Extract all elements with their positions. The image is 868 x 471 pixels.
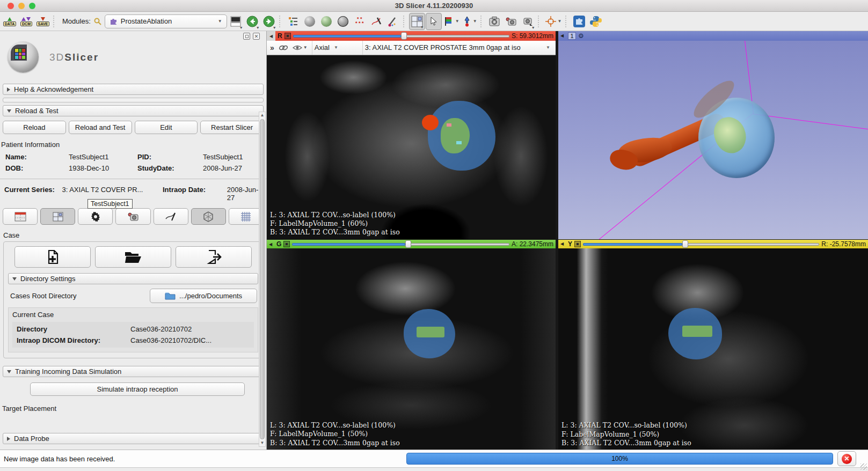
studydate-value: 2008-Jun-27 [203,164,265,172]
threed-view[interactable] [558,41,868,239]
yellow-slider-handle[interactable] [682,240,688,248]
scene-view-capture-button[interactable] [503,13,519,30]
volume-rendering-button[interactable] [302,13,318,30]
transforms-icon [338,16,348,27]
volume-selector[interactable]: 3: AXIAL T2 COVER PROSTATE 3mm 0gap at i… [362,41,552,55]
red-slice-slider[interactable] [293,32,509,40]
close-case-button[interactable] [176,246,252,268]
screenshot-button[interactable] [486,13,502,30]
crosshair-button[interactable]: ▼ [544,13,563,30]
directory-settings-section[interactable]: Directory Settings [8,273,258,284]
main-toolbar: DATA DCM SAVE Modules: ProstateAblation … [0,12,868,31]
collapsed-strip [3,98,264,102]
edit-button[interactable]: Edit [135,121,198,134]
green-slice-slider[interactable] [292,240,509,248]
red-corner-annotation: L: 3: AXIAL T2 COV...so-label (100%) F: … [270,211,400,237]
toolbar-separator [403,16,407,27]
cube-3d-button[interactable] [191,208,226,225]
module-history-forward-button[interactable]: ▼ [261,13,277,30]
layout-selector-button[interactable]: ▼ [409,13,425,30]
patient-information-grid: Name: TestSubject1 PID: TestSubject1 DOB… [5,153,265,172]
module-panel-toggle-button[interactable]: ▼ [228,13,244,30]
pin-icon[interactable]: ◀ [558,33,566,38]
threed-view-label: 1 [568,32,576,40]
fiducial-placement-button[interactable]: ▼ [461,13,478,30]
pin-icon[interactable]: ◀ [267,242,274,247]
yellow-slice-slider[interactable] [583,240,819,248]
data-probe-section[interactable]: Data Probe [3,433,264,444]
table-layout-button[interactable] [3,208,38,225]
yellow-corner-annotation: L: 3: AXIAL T2 COV...so-label (100%) F: … [561,421,691,447]
chevron-down-icon: ▼ [273,26,276,30]
orientation-value: Axial [315,43,330,51]
view-options-gear-icon[interactable]: ⚙ [578,32,584,40]
open-case-button[interactable] [95,246,171,268]
transforms-button[interactable] [335,13,351,30]
cases-root-directory-button[interactable]: .../pedro/Documents [150,289,257,303]
chevron-down-icon: ▼ [455,19,459,24]
volume-selector-value: 3: AXIAL T2 COVER PROSTATE 3mm 0gap at i… [365,43,542,51]
simulate-intraop-reception-button[interactable]: Simulate intraop reception [30,382,245,396]
load-data-button[interactable]: DATA [2,13,18,30]
red-slider-handle[interactable] [401,32,407,40]
annotations-icon: * ** * * [355,17,364,25]
annotations-button[interactable]: * ** * * [352,13,368,30]
window-level-button[interactable]: ▼ [442,13,461,30]
visibility-eye-button[interactable]: ▼ [293,44,308,51]
pin-icon[interactable]: ◀ [267,31,275,41]
cancel-progress-button[interactable]: ✕ [837,451,856,466]
threed-view-bar: ◀ 1 ⚙ [558,31,868,41]
module-history-back-button[interactable]: ▼ [244,13,260,30]
slice-intersection-icon[interactable] [285,33,291,39]
orientation-selector[interactable]: Axial ▼ [312,41,358,55]
save-button[interactable]: SAVE [35,13,51,30]
case-camera-button[interactable] [115,208,150,225]
module-selector[interactable]: ProstateAblation ▼ [105,14,227,28]
minimize-window-button[interactable] [18,3,25,9]
settings-button[interactable] [78,208,113,225]
mouse-interaction-button[interactable] [426,13,442,30]
yellow-slice-view[interactable]: L: 3: AXIAL T2 COV...so-label (100%) F: … [558,248,868,450]
cyan-marker [456,141,462,144]
module-search-icon[interactable] [93,17,102,26]
reload-test-section[interactable]: Reload & Test [3,105,264,116]
panel-scrollbar[interactable]: ▲ ▼ [259,112,266,447]
zoom-window-button[interactable] [29,3,35,9]
green-slider-handle[interactable] [405,240,411,248]
reload-and-test-button[interactable]: Reload and Test [69,121,132,134]
resize-grip[interactable] [860,463,867,470]
volume-rendering-icon [304,16,315,27]
name-value: TestSubject1 [69,153,137,161]
help-acknowledgement-section[interactable]: Help & Acknowledgement [3,84,264,95]
more-controls-button[interactable]: » [270,43,274,52]
create-case-button[interactable] [14,246,91,268]
pin-icon[interactable]: ◀ [558,241,566,246]
close-panel-icon[interactable]: ✕ [253,33,260,40]
reload-button[interactable]: Reload [3,121,66,134]
slice-intersection-icon[interactable] [574,241,581,247]
scroll-down-icon[interactable]: ▼ [260,440,265,446]
extensions-manager-button[interactable] [571,13,587,30]
four-up-layout-button[interactable] [40,208,75,225]
training-simulation-section[interactable]: Training Incoming Data Simulation [3,366,264,377]
slice-intersection-icon[interactable] [283,241,290,247]
link-views-icon[interactable] [279,43,288,52]
green-slice-view[interactable]: L: 3: AXIAL T2 COV...so-label (100%) F: … [267,248,556,450]
modules-label: Modules: [62,17,91,25]
red-slice-view[interactable]: L: 3: AXIAL T2 COV...so-label (100%) F: … [267,55,556,239]
close-window-button[interactable] [8,3,14,9]
needle-guidance-button[interactable] [154,208,188,225]
red-view-letter: R [278,32,282,40]
undock-panel-icon[interactable] [243,33,250,40]
markups-curve-button[interactable] [368,13,384,30]
dicom-button[interactable]: DCM [18,13,34,30]
restart-slicer-button[interactable]: Restart Slicer [200,121,264,134]
scene-view-restore-button[interactable]: ▼ [520,13,536,30]
segmentations-button[interactable] [318,13,334,30]
tumor-segment-overlay [441,118,470,153]
scrollbar-thumb[interactable] [260,119,265,439]
python-console-button[interactable] [588,13,604,30]
subject-hierarchy-button[interactable] [285,13,301,30]
paint-effect-button[interactable] [385,13,401,30]
scroll-up-icon[interactable]: ▲ [260,112,265,119]
